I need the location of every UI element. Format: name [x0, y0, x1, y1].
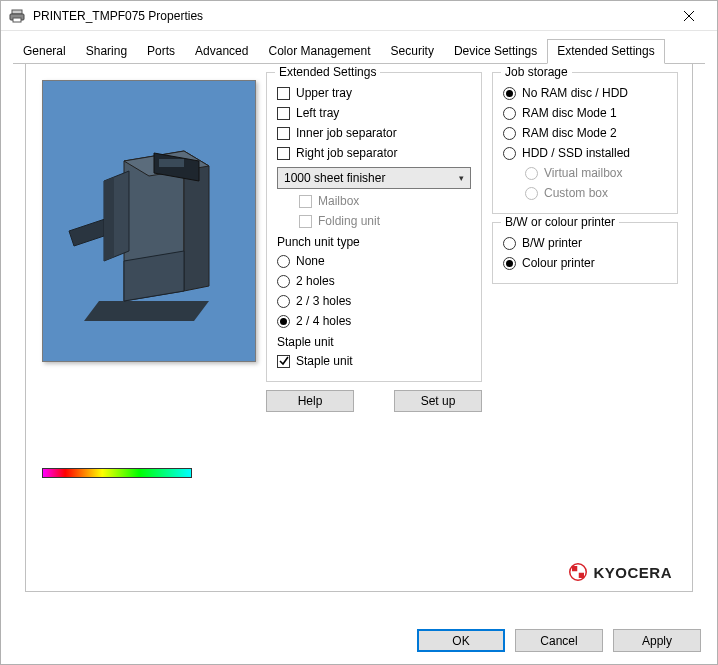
- radio-icon: [503, 87, 516, 100]
- panel-content: Extended Settings Upper tray Left tray I…: [26, 64, 692, 591]
- checkbox-mailbox: Mailbox: [299, 193, 471, 209]
- tab-color-management[interactable]: Color Management: [258, 39, 380, 63]
- radio-icon: [277, 275, 290, 288]
- group-legend: B/W or colour printer: [501, 215, 619, 229]
- staple-unit-label: Staple unit: [277, 335, 471, 349]
- button-label: Help: [298, 394, 323, 408]
- printer-illustration-icon: [59, 111, 239, 331]
- radio-punch-2-3-holes[interactable]: 2 / 3 holes: [277, 293, 471, 309]
- group-legend: Job storage: [501, 65, 572, 79]
- checkbox-staple-unit[interactable]: Staple unit: [277, 353, 471, 369]
- tab-label: Advanced: [195, 44, 248, 58]
- tab-label: Sharing: [86, 44, 127, 58]
- checkbox-folding-unit: Folding unit: [299, 213, 471, 229]
- close-button[interactable]: [669, 2, 709, 30]
- punch-unit-type-label: Punch unit type: [277, 235, 471, 249]
- radio-label: Custom box: [544, 185, 608, 201]
- checkbox-inner-job-separator[interactable]: Inner job separator: [277, 125, 471, 141]
- button-label: OK: [452, 634, 469, 648]
- right-column: Job storage No RAM disc / HDD RAM disc M…: [492, 64, 692, 591]
- radio-icon: [525, 167, 538, 180]
- checkbox-label: Inner job separator: [296, 125, 397, 141]
- group-legend: Extended Settings: [275, 65, 380, 79]
- checkbox-label: Mailbox: [318, 193, 359, 209]
- help-setup-row: Help Set up: [266, 390, 482, 412]
- tab-general[interactable]: General: [13, 39, 76, 63]
- radio-label: B/W printer: [522, 235, 582, 251]
- close-icon: [684, 8, 694, 24]
- button-label: Apply: [642, 634, 672, 648]
- tab-label: General: [23, 44, 66, 58]
- svg-rect-11: [159, 159, 184, 167]
- tab-device-settings[interactable]: Device Settings: [444, 39, 547, 63]
- button-label: Cancel: [540, 634, 577, 648]
- radio-icon: [503, 237, 516, 250]
- properties-window: PRINTER_TMPF075 Properties General Shari…: [0, 0, 718, 665]
- radio-bw-printer[interactable]: B/W printer: [503, 235, 667, 251]
- color-bar: [42, 468, 192, 478]
- tab-label: Extended Settings: [557, 44, 654, 58]
- radio-icon: [503, 127, 516, 140]
- checkbox-label: Folding unit: [318, 213, 380, 229]
- radio-punch-2-4-holes[interactable]: 2 / 4 holes: [277, 313, 471, 329]
- radio-punch-none[interactable]: None: [277, 253, 471, 269]
- tab-label: Ports: [147, 44, 175, 58]
- checkbox-icon: [299, 195, 312, 208]
- radio-label: HDD / SSD installed: [522, 145, 630, 161]
- radio-icon: [277, 255, 290, 268]
- radio-custom-box: Custom box: [525, 185, 667, 201]
- tab-panel-extended-settings: Extended Settings Upper tray Left tray I…: [25, 64, 693, 592]
- radio-ram-disc-mode-1[interactable]: RAM disc Mode 1: [503, 105, 667, 121]
- checkbox-left-tray[interactable]: Left tray: [277, 105, 471, 121]
- checkbox-upper-tray[interactable]: Upper tray: [277, 85, 471, 101]
- radio-label: No RAM disc / HDD: [522, 85, 628, 101]
- apply-button[interactable]: Apply: [613, 629, 701, 652]
- svg-marker-5: [84, 301, 209, 321]
- brand-logo: KYOCERA: [569, 563, 672, 581]
- radio-punch-2-holes[interactable]: 2 holes: [277, 273, 471, 289]
- tab-strip: General Sharing Ports Advanced Color Man…: [13, 39, 705, 64]
- middle-column: Extended Settings Upper tray Left tray I…: [256, 64, 492, 591]
- radio-no-ram-disc-hdd[interactable]: No RAM disc / HDD: [503, 85, 667, 101]
- tab-label: Color Management: [268, 44, 370, 58]
- kyocera-mark-icon: [569, 563, 587, 581]
- button-label: Set up: [421, 394, 456, 408]
- checkbox-icon: [277, 87, 290, 100]
- checkbox-icon: [277, 107, 290, 120]
- svg-rect-0: [12, 10, 22, 14]
- finisher-select[interactable]: 1000 sheet finisher ▾: [277, 167, 471, 189]
- svg-rect-2: [13, 18, 21, 22]
- help-button[interactable]: Help: [266, 390, 354, 412]
- checkbox-label: Upper tray: [296, 85, 352, 101]
- checkbox-right-job-separator[interactable]: Right job separator: [277, 145, 471, 161]
- checkbox-label: Right job separator: [296, 145, 397, 161]
- tabs-container: General Sharing Ports Advanced Color Man…: [1, 31, 717, 592]
- setup-button[interactable]: Set up: [394, 390, 482, 412]
- checkbox-icon: [277, 127, 290, 140]
- checkbox-icon: [277, 355, 290, 368]
- ok-button[interactable]: OK: [417, 629, 505, 652]
- tab-ports[interactable]: Ports: [137, 39, 185, 63]
- tab-label: Device Settings: [454, 44, 537, 58]
- tab-sharing[interactable]: Sharing: [76, 39, 137, 63]
- radio-virtual-mailbox: Virtual mailbox: [525, 165, 667, 181]
- group-bw-colour: B/W or colour printer B/W printer Colour…: [492, 222, 678, 284]
- checkbox-label: Staple unit: [296, 353, 353, 369]
- radio-icon: [277, 295, 290, 308]
- radio-label: None: [296, 253, 325, 269]
- radio-ram-disc-mode-2[interactable]: RAM disc Mode 2: [503, 125, 667, 141]
- tab-advanced[interactable]: Advanced: [185, 39, 258, 63]
- checkbox-icon: [299, 215, 312, 228]
- tab-extended-settings[interactable]: Extended Settings: [547, 39, 664, 64]
- tab-security[interactable]: Security: [381, 39, 444, 63]
- radio-hdd-ssd-installed[interactable]: HDD / SSD installed: [503, 145, 667, 161]
- cancel-button[interactable]: Cancel: [515, 629, 603, 652]
- radio-icon: [503, 107, 516, 120]
- svg-rect-17: [579, 573, 584, 578]
- tab-label: Security: [391, 44, 434, 58]
- svg-marker-14: [104, 177, 114, 261]
- radio-colour-printer[interactable]: Colour printer: [503, 255, 667, 271]
- window-title: PRINTER_TMPF075 Properties: [33, 9, 669, 23]
- radio-label: 2 holes: [296, 273, 335, 289]
- radio-icon: [503, 257, 516, 270]
